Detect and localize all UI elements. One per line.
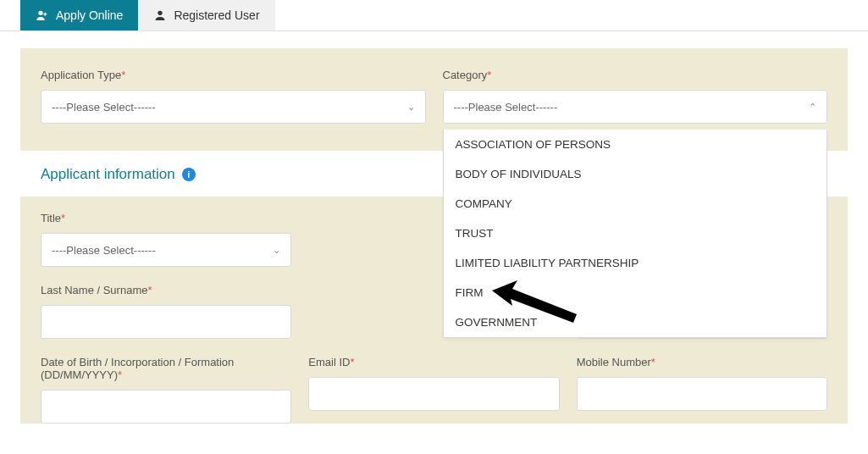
mobile-label: Mobile Number* [577, 356, 827, 368]
category-field: Category* ----Please Select------ ⌃ ASSO… [443, 69, 828, 124]
chevron-up-icon: ⌃ [809, 102, 816, 113]
info-icon[interactable]: i [182, 168, 196, 181]
dob-input[interactable] [41, 390, 291, 424]
category-value: ----Please Select------ [454, 101, 558, 114]
dob-label: Date of Birth / Incorporation / Formatio… [41, 356, 291, 381]
application-type-select[interactable]: ----Please Select------ ⌄ [41, 90, 426, 124]
title-value: ----Please Select------ [52, 244, 156, 257]
tab-registered-user[interactable]: Registered User [138, 0, 274, 30]
category-option[interactable]: FIRM [444, 278, 827, 307]
email-field: Email ID* [308, 356, 559, 424]
consent-row: By submitting data to us and/or using ou… [0, 440, 868, 454]
tab-bar: Apply Online Registered User [0, 0, 868, 31]
category-option[interactable]: ASSOCIATION OF PERSONS [444, 130, 827, 159]
title-select[interactable]: ----Please Select------ ⌄ [41, 233, 291, 267]
last-name-label: Last Name / Surname* [41, 284, 291, 296]
dob-field: Date of Birth / Incorporation / Formatio… [41, 356, 291, 424]
title-field: Title* ----Please Select------ ⌄ [41, 212, 291, 267]
chevron-down-icon: ⌄ [273, 245, 280, 256]
chevron-down-icon: ⌄ [407, 102, 415, 113]
mobile-field: Mobile Number* [577, 356, 827, 424]
svg-point-0 [38, 11, 42, 15]
category-option[interactable]: COMPANY [444, 189, 827, 219]
category-option[interactable]: GOVERNMENT [444, 307, 827, 337]
title-label: Title* [41, 212, 291, 224]
email-label: Email ID* [308, 356, 559, 368]
tab-registered-label: Registered User [174, 8, 259, 22]
tab-apply-label: Apply Online [56, 8, 123, 22]
application-type-value: ----Please Select------ [52, 101, 156, 114]
person-icon [153, 8, 167, 22]
category-option[interactable]: LIMITED LIABILITY PARTNERSHIP [444, 248, 827, 278]
email-input[interactable] [308, 377, 559, 411]
application-type-label: Application Type* [41, 69, 426, 81]
person-plus-icon [36, 8, 49, 22]
application-type-block: Application Type* ----Please Select-----… [20, 48, 848, 151]
svg-point-1 [158, 11, 163, 15]
last-name-field: Last Name / Surname* [41, 284, 291, 339]
tab-apply-online[interactable]: Apply Online [20, 0, 138, 30]
application-type-field: Application Type* ----Please Select-----… [41, 69, 426, 124]
mobile-input[interactable] [577, 377, 827, 411]
category-option[interactable]: TRUST [444, 219, 827, 248]
category-option[interactable]: BODY OF INDIVIDUALS [444, 159, 827, 189]
category-select[interactable]: ----Please Select------ ⌃ [443, 90, 828, 124]
category-label: Category* [443, 69, 828, 81]
category-dropdown: ASSOCIATION OF PERSONS BODY OF INDIVIDUA… [443, 130, 828, 338]
last-name-input[interactable] [41, 305, 291, 339]
